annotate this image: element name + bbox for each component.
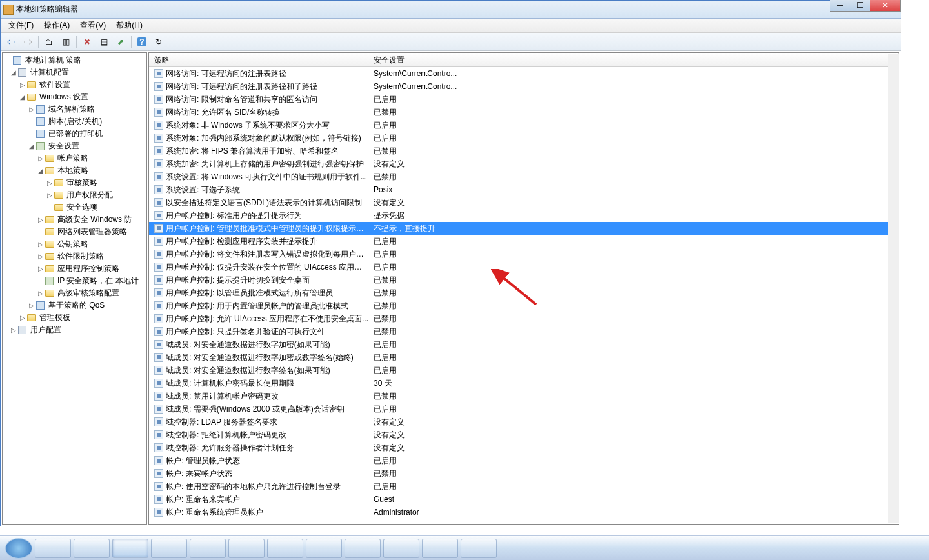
policy-name: 系统对象: 加强内部系统对象的默认权限(例如，符号链接) xyxy=(166,133,361,144)
maximize-button[interactable]: ☐ xyxy=(850,0,870,12)
list-row[interactable]: 系统对象: 非 Windows 子系统不要求区分大小写已启用 xyxy=(149,119,899,132)
list-row[interactable]: 帐户: 重命名来宾帐户Guest xyxy=(149,493,899,506)
list-row[interactable]: 用户帐户控制: 只提升签名并验证的可执行文件已禁用 xyxy=(149,325,899,338)
tree-software-settings[interactable]: ▷软件设置 xyxy=(4,79,147,91)
list-row[interactable]: 网络访问: 可远程访问的注册表路径和子路径System\CurrentContr… xyxy=(149,80,899,93)
expander-icon[interactable]: ▷ xyxy=(36,290,45,297)
tree-panel[interactable]: 本地计算机 策略 ◢计算机配置 ▷软件设置 ◢Windows 设置 ▷域名解析策… xyxy=(2,52,147,525)
list-row[interactable]: 用户帐户控制: 仅提升安装在安全位置的 UIAccess 应用程序已启用 xyxy=(149,261,899,274)
tree-admin-templates[interactable]: ▷管理模板 xyxy=(4,312,147,324)
expander-open-icon[interactable]: ◢ xyxy=(36,167,45,174)
tree-name-resolution[interactable]: ▷域名解析策略 xyxy=(4,103,147,115)
delete-button[interactable]: ✖ xyxy=(79,35,95,49)
policy-item-icon xyxy=(154,95,163,104)
tree-public-key[interactable]: ▷公钥策略 xyxy=(4,238,147,250)
expander-icon[interactable]: ▷ xyxy=(27,302,36,309)
list-row[interactable]: 用户帐户控制: 提示提升时切换到安全桌面已禁用 xyxy=(149,274,899,286)
show-hide-button[interactable]: ▥ xyxy=(58,35,74,49)
menu-help[interactable]: 帮助(H) xyxy=(111,19,148,32)
list-row[interactable]: 用户帐户控制: 检测应用程序安装并提示提升已启用 xyxy=(149,235,899,248)
list-row[interactable]: 用户帐户控制: 将文件和注册表写入错误虚拟化到每用户位置已启用 xyxy=(149,248,899,261)
tree-account-policies[interactable]: ▷帐户策略 xyxy=(4,152,147,165)
tree-user-rights[interactable]: ▷用户权限分配 xyxy=(4,189,147,201)
expander-icon[interactable]: ▷ xyxy=(45,179,54,186)
vertical-scrollbar[interactable] xyxy=(888,54,899,523)
list-row[interactable]: 用户帐户控制: 管理员批准模式中管理员的提升权限提示的...不提示，直接提升 xyxy=(149,222,899,235)
column-header-setting[interactable]: 安全设置 xyxy=(368,53,899,66)
list-row[interactable]: 网络访问: 允许匿名 SID/名称转换已禁用 xyxy=(149,106,899,119)
close-button[interactable]: ✕ xyxy=(870,0,901,12)
tree-audit-policy[interactable]: ▷审核策略 xyxy=(4,177,147,189)
list-row[interactable]: 系统加密: 为计算机上存储的用户密钥强制进行强密钥保护没有定义 xyxy=(149,157,899,170)
list-row[interactable]: 系统对象: 加强内部系统对象的默认权限(例如，符号链接)已启用 xyxy=(149,132,899,145)
list-row[interactable]: 用户帐户控制: 允许 UIAccess 应用程序在不使用安全桌面...已禁用 xyxy=(149,312,899,325)
expander-icon[interactable]: ▷ xyxy=(45,192,54,199)
expander-open-icon[interactable]: ◢ xyxy=(9,69,18,76)
tree-app-control[interactable]: ▷应用程序控制策略 xyxy=(4,263,147,275)
help-button[interactable]: ? xyxy=(134,35,150,49)
up-button[interactable]: 🗀 xyxy=(41,35,57,49)
list-row[interactable]: 域成员: 对安全通道数据进行数字签名(如果可能)已启用 xyxy=(149,364,899,377)
policy-name: 用户帐户控制: 以管理员批准模式运行所有管理员 xyxy=(166,288,333,299)
expander-icon[interactable]: ▷ xyxy=(36,253,45,260)
list-row[interactable]: 用户帐户控制: 以管理员批准模式运行所有管理员已禁用 xyxy=(149,286,899,299)
expander-icon[interactable]: ▷ xyxy=(36,216,45,223)
tree-security-options[interactable]: 安全选项 xyxy=(4,201,147,214)
expander-open-icon[interactable]: ◢ xyxy=(27,143,36,150)
list-row[interactable]: 域成员: 需要强(Windows 2000 或更高版本)会话密钥已启用 xyxy=(149,403,899,415)
tree-advanced-audit[interactable]: ▷高级审核策略配置 xyxy=(4,287,147,299)
list-row[interactable]: 域控制器: LDAP 服务器签名要求没有定义 xyxy=(149,415,899,428)
expander-open-icon[interactable]: ◢ xyxy=(18,94,27,101)
list-row[interactable]: 域成员: 对安全通道数据进行数字加密(如果可能)已启用 xyxy=(149,338,899,351)
list-row[interactable]: 帐户: 管理员帐户状态已启用 xyxy=(149,454,899,467)
menu-action[interactable]: 操作(A) xyxy=(39,19,75,32)
list-row[interactable]: 网络访问: 限制对命名管道和共享的匿名访问已启用 xyxy=(149,93,899,106)
tree-advanced-firewall[interactable]: ▷高级安全 Windows 防 xyxy=(4,214,147,226)
expander-icon[interactable]: ▷ xyxy=(18,314,27,321)
refresh-button[interactable]: ↻ xyxy=(151,35,166,49)
menu-view[interactable]: 查看(V) xyxy=(75,19,111,32)
list-row[interactable]: 系统设置: 将 Windows 可执行文件中的证书规则用于软件...已禁用 xyxy=(149,170,899,183)
tree-software-restriction[interactable]: ▷软件限制策略 xyxy=(4,250,147,263)
list-row[interactable]: 以安全描述符定义语言(SDDL)语法表示的计算机访问限制没有定义 xyxy=(149,196,899,209)
export-button[interactable]: ⬈ xyxy=(113,35,128,49)
list-row[interactable]: 域成员: 对安全通道数据进行数字加密或数字签名(始终)已启用 xyxy=(149,351,899,364)
expander-icon[interactable]: ▷ xyxy=(36,155,45,162)
properties-button[interactable]: ▤ xyxy=(96,35,112,49)
tree-qos[interactable]: ▷基于策略的 QoS xyxy=(4,299,147,312)
tree-security-settings[interactable]: ◢安全设置 xyxy=(4,140,147,152)
tree-root[interactable]: 本地计算机 策略 xyxy=(4,54,147,66)
list-row[interactable]: 帐户: 重命名系统管理员帐户Administrator xyxy=(149,506,899,519)
list-row[interactable]: 用户帐户控制: 标准用户的提升提示行为提示凭据 xyxy=(149,209,899,222)
tree-windows-settings[interactable]: ◢Windows 设置 xyxy=(4,91,147,103)
list-row[interactable]: 网络访问: 可远程访问的注册表路径System\CurrentContro... xyxy=(149,67,899,80)
list-row[interactable]: 用户帐户控制: 用于内置管理员帐户的管理员批准模式已禁用 xyxy=(149,299,899,312)
column-header-policy[interactable]: 策略 xyxy=(149,53,368,66)
expander-icon[interactable]: ▷ xyxy=(27,106,36,113)
nav-back-button[interactable]: ⇦ xyxy=(3,35,19,49)
expander-icon[interactable]: ▷ xyxy=(36,241,45,248)
list-row[interactable]: 域成员: 禁用计算机帐户密码更改已禁用 xyxy=(149,390,899,403)
tree-scripts[interactable]: 脚本(启动/关机) xyxy=(4,115,147,128)
tree-ip-security[interactable]: IP 安全策略，在 本地计 xyxy=(4,275,147,287)
minimize-button[interactable]: ─ xyxy=(830,0,850,12)
list-row[interactable]: 域控制器: 拒绝计算机帐户密码更改没有定义 xyxy=(149,428,899,441)
list-row[interactable]: 帐户: 使用空密码的本地帐户只允许进行控制台登录已启用 xyxy=(149,480,899,493)
list-row[interactable]: 帐户: 来宾帐户状态已禁用 xyxy=(149,467,899,480)
tree-deployed-printers[interactable]: 已部署的打印机 xyxy=(4,128,147,140)
list-row[interactable]: 系统加密: 将 FIPS 兼容算法用于加密、哈希和签名已禁用 xyxy=(149,145,899,157)
expander-icon[interactable]: ▷ xyxy=(9,326,18,334)
expander-icon[interactable]: ▷ xyxy=(36,265,45,272)
list-row[interactable]: 域控制器: 允许服务器操作者计划任务没有定义 xyxy=(149,441,899,454)
tree-local-policies[interactable]: ◢本地策略 xyxy=(4,165,147,177)
tree-network-list[interactable]: 网络列表管理器策略 xyxy=(4,226,147,238)
list-body[interactable]: 网络访问: 可远程访问的注册表路径System\CurrentContro...… xyxy=(149,67,899,524)
list-row[interactable]: 系统设置: 可选子系统Posix xyxy=(149,183,899,196)
tree-user-config[interactable]: ▷用户配置 xyxy=(4,324,147,336)
list-row[interactable]: 域成员: 计算机帐户密码最长使用期限30 天 xyxy=(149,377,899,390)
help-icon: ? xyxy=(137,37,146,46)
nav-forward-button[interactable]: ⇨ xyxy=(20,35,35,49)
menu-file[interactable]: 文件(F) xyxy=(3,19,39,32)
expander-icon[interactable]: ▷ xyxy=(18,81,27,88)
tree-computer-config[interactable]: ◢计算机配置 xyxy=(4,66,147,79)
